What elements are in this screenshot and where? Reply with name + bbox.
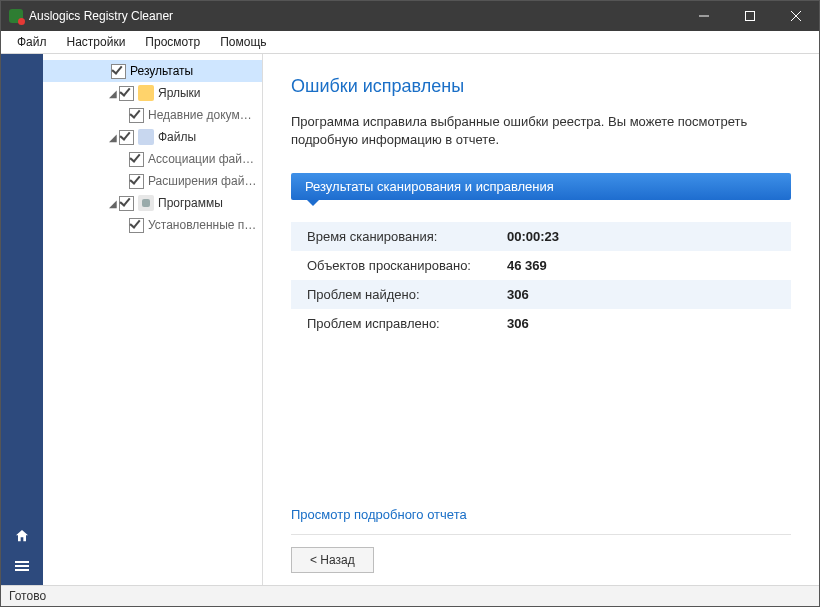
stat-value: 306 bbox=[507, 316, 529, 331]
stat-value: 00:00:23 bbox=[507, 229, 559, 244]
status-text: Готово bbox=[9, 589, 46, 603]
stat-row: Проблем исправлено: 306 bbox=[291, 309, 791, 338]
maximize-button[interactable] bbox=[727, 1, 773, 31]
tree-label: Программы bbox=[158, 196, 223, 210]
stat-row: Проблем найдено: 306 bbox=[291, 280, 791, 309]
programs-icon bbox=[138, 195, 154, 211]
stat-row: Время сканирования: 00:00:23 bbox=[291, 222, 791, 251]
menubar: Файл Настройки Просмотр Помощь bbox=[1, 31, 819, 54]
home-button[interactable] bbox=[9, 523, 35, 549]
stat-label: Время сканирования: bbox=[307, 229, 507, 244]
collapse-icon[interactable]: ◢ bbox=[103, 88, 119, 99]
checkbox-icon[interactable] bbox=[111, 64, 126, 79]
collapse-icon[interactable]: ◢ bbox=[103, 198, 119, 209]
tree-item[interactable]: Недавние документы bbox=[43, 104, 262, 126]
checkbox-icon[interactable] bbox=[129, 108, 144, 123]
checkbox-icon[interactable] bbox=[129, 174, 144, 189]
category-tree: Результаты ◢ Ярлыки Недавние документы ◢… bbox=[43, 54, 263, 585]
app-icon bbox=[9, 9, 23, 23]
menu-help[interactable]: Помощь bbox=[210, 33, 276, 51]
page-title: Ошибки исправлены bbox=[291, 76, 791, 97]
tree-label: Установленные прог... bbox=[148, 218, 258, 232]
keyboard-button[interactable] bbox=[9, 553, 35, 579]
tree-cat-files[interactable]: ◢ Файлы bbox=[43, 126, 262, 148]
tree-cat-programs[interactable]: ◢ Программы bbox=[43, 192, 262, 214]
checkbox-icon[interactable] bbox=[129, 152, 144, 167]
svg-rect-1 bbox=[746, 12, 755, 21]
menu-file[interactable]: Файл bbox=[7, 33, 57, 51]
stat-label: Объектов просканировано: bbox=[307, 258, 507, 273]
tree-cat-shortcuts[interactable]: ◢ Ярлыки bbox=[43, 82, 262, 104]
tree-label: Ассоциации файлов bbox=[148, 152, 258, 166]
checkbox-icon[interactable] bbox=[129, 218, 144, 233]
tree-label: Ярлыки bbox=[158, 86, 201, 100]
close-button[interactable] bbox=[773, 1, 819, 31]
tree-item[interactable]: Ассоциации файлов bbox=[43, 148, 262, 170]
detailed-report-link[interactable]: Просмотр подробного отчета bbox=[291, 507, 791, 522]
window-title: Auslogics Registry Cleaner bbox=[29, 9, 173, 23]
left-gutter bbox=[1, 54, 43, 585]
stat-value: 46 369 bbox=[507, 258, 547, 273]
checkbox-icon[interactable] bbox=[119, 196, 134, 211]
tree-label: Файлы bbox=[158, 130, 196, 144]
tree-item[interactable]: Установленные прог... bbox=[43, 214, 262, 236]
stat-label: Проблем найдено: bbox=[307, 287, 507, 302]
menu-view[interactable]: Просмотр bbox=[135, 33, 210, 51]
back-button[interactable]: < Назад bbox=[291, 547, 374, 573]
checkbox-icon[interactable] bbox=[119, 86, 134, 101]
tree-item[interactable]: Расширения файлов bbox=[43, 170, 262, 192]
files-icon bbox=[138, 129, 154, 145]
tree-label: Недавние документы bbox=[148, 108, 258, 122]
main-panel: Ошибки исправлены Программа исправила вы… bbox=[263, 54, 819, 585]
stat-row: Объектов просканировано: 46 369 bbox=[291, 251, 791, 280]
stat-label: Проблем исправлено: bbox=[307, 316, 507, 331]
tree-label: Результаты bbox=[130, 64, 193, 78]
menu-settings[interactable]: Настройки bbox=[57, 33, 136, 51]
collapse-icon[interactable]: ◢ bbox=[103, 132, 119, 143]
stats-table: Время сканирования: 00:00:23 Объектов пр… bbox=[291, 222, 791, 338]
titlebar: Auslogics Registry Cleaner bbox=[1, 1, 819, 31]
tree-results[interactable]: Результаты bbox=[43, 60, 262, 82]
page-description: Программа исправила выбранные ошибки рее… bbox=[291, 113, 791, 149]
checkbox-icon[interactable] bbox=[119, 130, 134, 145]
tree-label: Расширения файлов bbox=[148, 174, 258, 188]
results-banner: Результаты сканирования и исправления bbox=[291, 173, 791, 200]
statusbar: Готово bbox=[1, 585, 819, 606]
stat-value: 306 bbox=[507, 287, 529, 302]
minimize-button[interactable] bbox=[681, 1, 727, 31]
folder-icon bbox=[138, 85, 154, 101]
